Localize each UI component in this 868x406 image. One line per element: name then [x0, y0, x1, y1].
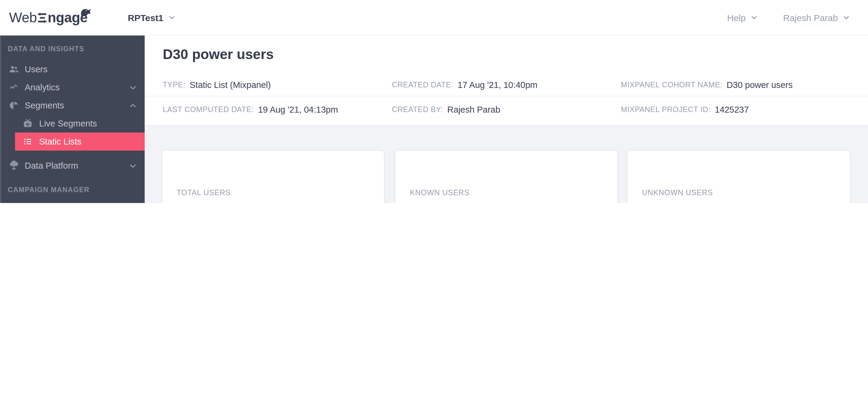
meta-row-1: TYPE: Static List (Mixpanel) CREATED DAT…	[163, 80, 850, 92]
meta-created-by: CREATED BY: Rajesh Parab	[392, 105, 500, 114]
bird-icon	[76, 4, 92, 19]
static-lists-icon	[22, 136, 33, 147]
sidebar-item-segments[interactable]: Segments	[0, 96, 145, 114]
stat-card-known-users: KNOWN USERS 8,729	[395, 150, 618, 203]
live-segments-icon	[22, 118, 33, 129]
user-name: Rajesh Parab	[783, 12, 838, 23]
segments-icon	[8, 100, 19, 111]
stat-value: 8,729	[177, 201, 207, 203]
meta-divider	[145, 96, 868, 96]
sidebar-item-live-segments[interactable]: Live Segments	[0, 114, 145, 133]
content-area: TOTAL USERS 8,729 KNOWN USERS 8,729 UNKN…	[145, 125, 868, 203]
stat-label: KNOWN USERS	[410, 189, 470, 197]
sidebar: DATA AND INSIGHTS Users Analytics Segmen…	[0, 35, 145, 203]
logo-text-web: Web	[9, 10, 37, 26]
logo-e-arrows-icon	[37, 12, 47, 24]
chevron-down-icon	[843, 14, 850, 21]
chevron-down-icon	[750, 14, 758, 21]
stat-value: 0	[642, 201, 649, 203]
chevron-down-icon	[168, 14, 176, 21]
stat-label: UNKNOWN USERS	[642, 189, 713, 197]
sidebar-item-static-lists[interactable]: Static Lists	[15, 133, 145, 150]
app-window: Web ngage RPTest1 Help	[0, 0, 868, 203]
users-icon	[8, 64, 19, 75]
meta-mixpanel-cohort-name: MIXPANEL COHORT NAME: D30 power users	[621, 80, 793, 90]
meta-created-date: CREATED DATE: 17 Aug '21, 10:40pm	[392, 80, 537, 90]
main-content: D30 power users TYPE: Static List (Mixpa…	[145, 35, 868, 203]
section-header-campaign-manager: CAMPAIGN MANAGER	[0, 181, 145, 199]
sidebar-item-data-platform[interactable]: Data Platform	[0, 157, 145, 175]
meta-type: TYPE: Static List (Mixpanel)	[163, 80, 271, 90]
section-header-data-and-insights: DATA AND INSIGHTS	[0, 40, 145, 58]
chevron-down-icon	[129, 83, 137, 91]
stat-label: TOTAL USERS	[177, 189, 230, 197]
sidebar-item-analytics[interactable]: Analytics	[0, 78, 145, 96]
sidebar-item-overview[interactable]: Overview	[0, 199, 145, 203]
meta-mixpanel-project-id: MIXPANEL PROJECT ID: 1425237	[621, 105, 749, 114]
meta-last-computed-date: LAST COMPUTED DATE: 19 Aug '21, 04:13pm	[163, 105, 338, 114]
topbar-right: Help Rajesh Parab	[727, 0, 850, 35]
sidebar-item-users[interactable]: Users	[0, 60, 145, 78]
analytics-icon	[8, 82, 19, 93]
topbar: Web ngage RPTest1 Help	[0, 0, 868, 36]
chevron-up-icon	[129, 102, 137, 109]
project-switcher[interactable]: RPTest1	[128, 0, 176, 35]
user-menu[interactable]: Rajesh Parab	[783, 12, 850, 23]
webengage-logo[interactable]: Web ngage	[9, 10, 87, 26]
help-menu[interactable]: Help	[727, 12, 758, 23]
stat-card-unknown-users: UNKNOWN USERS 0	[627, 150, 850, 203]
stat-card-total-users: TOTAL USERS 8,729	[161, 150, 384, 203]
eye-icon	[8, 202, 19, 203]
chevron-down-icon	[129, 162, 137, 170]
stat-value: 8,729	[410, 201, 440, 203]
project-name: RPTest1	[128, 12, 163, 23]
data-platform-icon	[8, 160, 19, 171]
meta-row-2: LAST COMPUTED DATE: 19 Aug '21, 04:13pm …	[163, 105, 850, 117]
page-title: D30 power users	[163, 46, 274, 63]
help-label: Help	[727, 12, 746, 23]
